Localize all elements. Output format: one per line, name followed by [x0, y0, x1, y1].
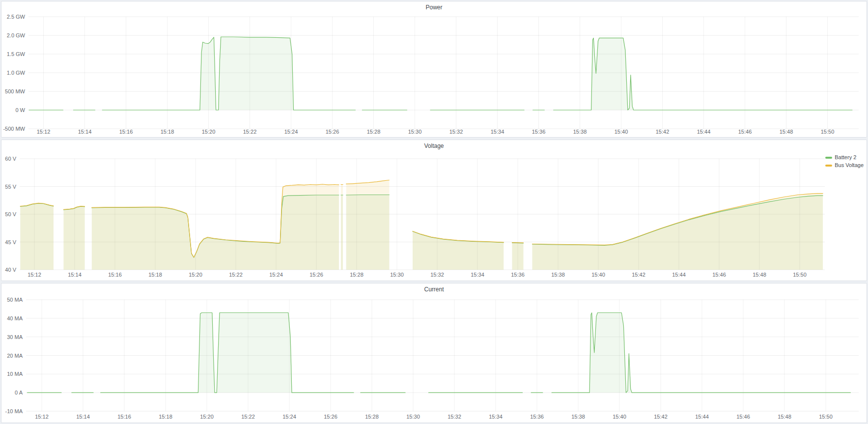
- voltage-series-area: [341, 185, 343, 270]
- y-tick-label: 45 V: [5, 239, 16, 245]
- x-tick-label: 15:16: [117, 414, 131, 420]
- legend-label: Battery 2: [835, 155, 856, 160]
- x-tick-label: 15:36: [530, 414, 544, 420]
- x-tick-label: 15:12: [28, 272, 41, 278]
- x-tick-label: 15:26: [309, 272, 323, 278]
- y-tick-label: 0 A: [15, 390, 23, 396]
- y-tick-label: 50 V: [5, 211, 16, 217]
- x-tick-label: 15:24: [284, 129, 298, 135]
- legend-item-battery-2[interactable]: Battery 2: [825, 155, 856, 160]
- x-tick-label: 15:26: [324, 414, 337, 420]
- voltage-series-area: [63, 206, 84, 270]
- power-chart-plot[interactable]: 2.5 GW2.0 GW1.5 GW1.0 GW500 MW0 W-500 MW…: [1, 1, 867, 137]
- x-tick-label: 15:12: [35, 414, 49, 420]
- x-tick-label: 15:48: [780, 129, 793, 135]
- voltage-chart-plot[interactable]: 60 V55 V50 V45 V40 V15:1215:1415:1615:18…: [1, 140, 867, 281]
- x-tick-label: 15:12: [37, 129, 51, 135]
- x-tick-label: 15:28: [365, 414, 379, 420]
- y-tick-label: 40 V: [5, 267, 16, 273]
- y-tick-label: 50 MA: [7, 297, 23, 303]
- x-tick-label: 15:44: [672, 272, 686, 278]
- x-tick-label: 15:14: [76, 414, 90, 420]
- x-tick-label: 15:32: [448, 414, 461, 420]
- x-tick-label: 15:36: [532, 129, 546, 135]
- x-tick-label: 15:48: [778, 414, 791, 420]
- x-tick-label: 15:44: [695, 414, 709, 420]
- x-tick-label: 15:34: [471, 272, 484, 278]
- y-tick-label: 60 V: [5, 156, 16, 162]
- dashboard: { "chart_data": [ { "id": "power", "type…: [0, 0, 868, 424]
- x-tick-label: 15:38: [573, 129, 587, 135]
- x-tick-label: 15:44: [697, 129, 711, 135]
- x-tick-label: 15:46: [738, 129, 752, 135]
- voltage-series-area: [532, 194, 823, 270]
- power-series-area: [554, 38, 852, 110]
- legend-label: Bus Voltage: [835, 163, 864, 168]
- x-tick-label: 15:42: [656, 129, 670, 135]
- x-tick-label: 15:48: [753, 272, 766, 278]
- x-tick-label: 15:30: [408, 129, 422, 135]
- current-series-area: [552, 313, 850, 393]
- voltage-series-area: [512, 243, 524, 270]
- x-tick-label: 15:20: [189, 272, 202, 278]
- x-tick-label: 15:30: [390, 272, 404, 278]
- x-tick-label: 15:38: [551, 272, 565, 278]
- x-tick-label: 15:40: [615, 129, 628, 135]
- y-tick-label: 2.5 GW: [7, 14, 26, 20]
- x-tick-label: 15:20: [202, 129, 216, 135]
- current-chart-plot[interactable]: 50 MA40 MA30 MA20 MA10 MA0 A-10 MA15:121…: [1, 283, 867, 423]
- x-tick-label: 15:26: [326, 129, 339, 135]
- y-tick-label: -500 MW: [3, 126, 25, 132]
- x-tick-label: 15:50: [821, 129, 835, 135]
- x-tick-label: 15:46: [736, 414, 750, 420]
- y-tick-label: 20 MA: [7, 353, 23, 359]
- voltage-series-area: [413, 231, 504, 270]
- x-tick-label: 15:42: [632, 272, 645, 278]
- x-tick-label: 15:28: [350, 272, 364, 278]
- y-tick-label: 2.0 GW: [7, 32, 26, 38]
- voltage-series-area: [20, 203, 54, 270]
- current-series-area: [101, 313, 354, 393]
- voltage-series-area: [92, 184, 339, 270]
- x-tick-label: 15:22: [229, 272, 243, 278]
- legend-item-bus-voltage[interactable]: Bus Voltage: [825, 163, 864, 168]
- panel-power: Power 2.5 GW2.0 GW1.5 GW1.0 GW500 MW0 W-…: [1, 1, 867, 138]
- y-tick-label: 500 MW: [5, 88, 26, 94]
- x-tick-label: 15:14: [78, 129, 92, 135]
- x-tick-label: 15:16: [108, 272, 122, 278]
- x-tick-label: 15:36: [511, 272, 525, 278]
- x-tick-label: 15:22: [241, 414, 255, 420]
- x-tick-label: 15:42: [654, 414, 668, 420]
- x-tick-label: 15:16: [119, 129, 133, 135]
- x-tick-label: 15:32: [430, 272, 444, 278]
- gridlines: [28, 17, 859, 129]
- x-tick-label: 15:46: [712, 272, 726, 278]
- power-series-area: [102, 37, 355, 110]
- x-tick-label: 15:18: [148, 272, 162, 278]
- x-tick-label: 15:40: [613, 414, 626, 420]
- x-tick-label: 15:28: [367, 129, 381, 135]
- voltage-series-line: [512, 243, 524, 243]
- voltage-series-line: [346, 195, 390, 196]
- x-tick-label: 15:24: [269, 272, 283, 278]
- x-tick-label: 15:50: [793, 272, 807, 278]
- x-tick-label: 15:40: [591, 272, 605, 278]
- gridlines: [26, 300, 859, 411]
- x-tick-label: 15:14: [68, 272, 82, 278]
- x-tick-label: 15:18: [159, 414, 172, 420]
- y-tick-label: 10 MA: [7, 371, 23, 377]
- voltage-series-area: [346, 180, 390, 270]
- y-tick-label: 0 W: [15, 107, 25, 113]
- legend-swatch-icon: [825, 157, 832, 159]
- x-tick-label: 15:24: [282, 414, 296, 420]
- x-tick-label: 15:30: [406, 414, 420, 420]
- y-tick-label: 30 MA: [7, 334, 23, 340]
- voltage-legend: Battery 2Bus Voltage: [825, 155, 864, 168]
- y-tick-label: 40 MA: [7, 315, 23, 321]
- legend-swatch-icon: [825, 165, 832, 167]
- x-tick-label: 15:32: [449, 129, 463, 135]
- x-tick-label: 15:18: [161, 129, 174, 135]
- panel-voltage: Voltage 60 V55 V50 V45 V40 V15:1215:1415…: [1, 140, 867, 281]
- x-tick-label: 15:34: [489, 414, 503, 420]
- x-tick-label: 15:22: [243, 129, 257, 135]
